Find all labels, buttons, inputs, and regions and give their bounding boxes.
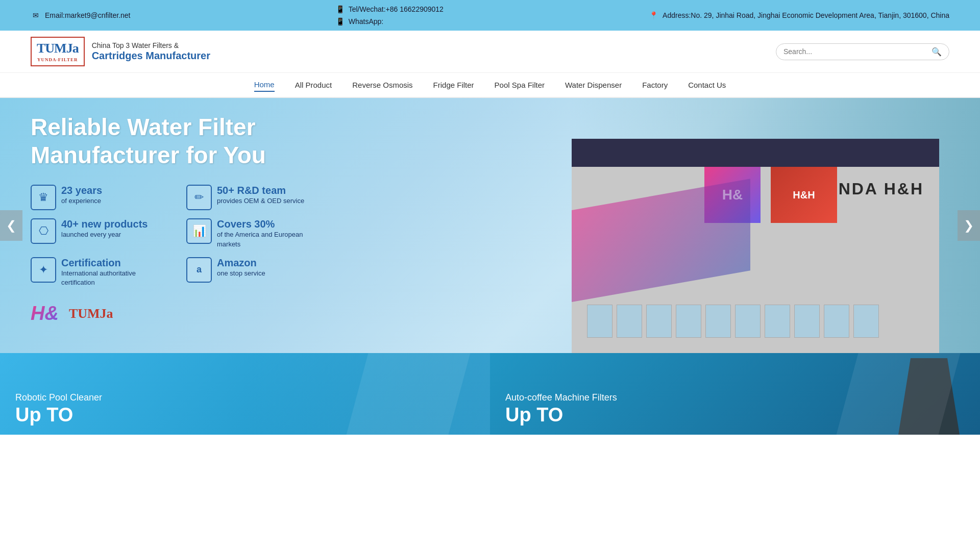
brand-logo-hh: H& (31, 303, 59, 324)
features-grid: ♛ 23 years of experience ✏ 50+ R&D team … (31, 185, 327, 287)
feature-23-years-title: 23 years (61, 185, 102, 196)
building-logo-right: H&H (771, 167, 837, 223)
brand-logos: H& TUMJa (31, 303, 327, 324)
building-body: YUNDA H&H H& H&H (572, 139, 939, 353)
feature-cert-desc: International authoritative certificatio… (61, 269, 171, 287)
feature-certification: ✦ Certification International authoritat… (31, 257, 171, 287)
feature-pencil-icon: ✏ (186, 185, 212, 210)
nav-item-all-product[interactable]: All Product (295, 79, 332, 91)
feature-23-years-desc: of experience (61, 196, 102, 206)
address-text: Address:No. 29, Jinhai Road, Jinghai Eco… (663, 11, 949, 19)
feature-crown-icon: ♛ (31, 185, 56, 210)
carousel-next-button[interactable]: ❯ (958, 210, 980, 241)
feature-chart-icon: 📊 (186, 218, 212, 244)
phone-text: Tel/Wechat:+86 16622909012 (349, 5, 444, 13)
feature-hexagon-icon: ⎔ (31, 218, 56, 244)
top-bar: ✉ Email:market9@cnfilter.net 📱 Tel/Wecha… (0, 0, 980, 31)
feature-rd-title: 50+ R&D team (217, 185, 304, 196)
pool-card-title: Up TO (15, 405, 102, 424)
feature-cert-title: Certification (61, 257, 171, 269)
bottom-card-coffee[interactable]: Auto-coffee Machine Filters Up TO (490, 353, 980, 435)
brand-logo-yunda: TUMJa (69, 306, 113, 321)
feature-amazon-icon: a (186, 257, 212, 283)
bottom-card-pool[interactable]: Robotic Pool Cleaner Up TO (0, 353, 490, 435)
pool-card-label: Robotic Pool Cleaner (15, 392, 102, 403)
logo-text: China Top 3 Water Filters & Cartridges M… (92, 41, 210, 62)
whatsapp-text: WhatsApp: (349, 17, 383, 26)
logo-area: TUMJa YUNDA·FILTER China Top 3 Water Fil… (31, 37, 210, 66)
search-input[interactable] (783, 47, 932, 56)
building-deco (572, 179, 750, 302)
nav-item-contact[interactable]: Contact Us (688, 79, 726, 91)
hero-banner: YUNDA H&H H& H&H Reliable Water Filte (0, 98, 980, 353)
phone-icon: 📱 (335, 4, 346, 14)
feature-amazon-text: Amazon one stop service (217, 257, 265, 278)
feature-amazon-title: Amazon (217, 257, 265, 269)
feature-rd-team: ✏ 50+ R&D team provides OEM & OED servic… (186, 185, 327, 210)
coffee-card-content: Auto-coffee Machine Filters Up TO (505, 392, 617, 424)
hero-content: Reliable Water Filter Manufacturer for Y… (0, 98, 357, 353)
building-roof-band (572, 139, 939, 167)
feature-23-years: ♛ 23 years of experience (31, 185, 171, 210)
feature-23-years-text: 23 years of experience (61, 185, 102, 206)
nav-item-home[interactable]: Home (254, 78, 275, 92)
location-icon: 📍 (648, 10, 658, 20)
top-bar-address: 📍 Address:No. 29, Jinhai Road, Jinghai E… (648, 10, 949, 20)
feature-new-products: ⎔ 40+ new products launched every year (31, 218, 171, 248)
bottom-cards: Robotic Pool Cleaner Up TO Auto-coffee M… (0, 353, 980, 435)
feature-amazon: a Amazon one stop service (186, 257, 327, 287)
logo-brand-text: Cartridges Manufacturer (92, 49, 210, 62)
feature-covers-desc: of the America and European markets (217, 230, 327, 248)
main-nav: Home All Product Reverse Osmosis Fridge … (0, 73, 980, 98)
nav-item-water-dispenser[interactable]: Water Dispenser (565, 79, 622, 91)
top-bar-email: ✉ Email:market9@cnfilter.net (31, 10, 131, 20)
header: TUMJa YUNDA·FILTER China Top 3 Water Fil… (0, 31, 980, 73)
hero-title: Reliable Water Filter Manufacturer for Y… (31, 113, 327, 169)
feature-amazon-desc: one stop service (217, 269, 265, 278)
nav-item-reverse-osmosis[interactable]: Reverse Osmosis (352, 79, 412, 91)
feature-covers-title: Covers 30% (217, 218, 327, 230)
feature-cert-text: Certification International authoritativ… (61, 257, 171, 287)
logo-filter-label: YUNDA·FILTER (37, 57, 79, 62)
feature-covers: 📊 Covers 30% of the America and European… (186, 218, 327, 248)
feature-new-products-desc: launched every year (61, 230, 148, 239)
email-icon: ✉ (31, 10, 41, 20)
building-windows (587, 305, 880, 338)
feature-rd-desc: provides OEM & OED service (217, 196, 304, 206)
feature-covers-text: Covers 30% of the America and European m… (217, 218, 327, 248)
building-illustration: YUNDA H&H H& H&H (531, 118, 949, 353)
logo-top-text: China Top 3 Water Filters & (92, 41, 210, 50)
nav-item-factory[interactable]: Factory (642, 79, 668, 91)
feature-new-products-text: 40+ new products launched every year (61, 218, 148, 239)
email-text: Email:market9@cnfilter.net (45, 11, 131, 19)
nav-item-fridge-filter[interactable]: Fridge Filter (433, 79, 474, 91)
feature-rd-text: 50+ R&D team provides OEM & OED service (217, 185, 304, 206)
search-button[interactable]: 🔍 (932, 47, 942, 57)
search-box[interactable]: 🔍 (776, 43, 949, 60)
nav-item-pool-spa[interactable]: Pool Spa Filter (495, 79, 545, 91)
top-bar-contact: 📱 Tel/Wechat:+86 16622909012 📱 WhatsApp: (335, 4, 444, 27)
logo-mark: TUMJa YUNDA·FILTER (31, 37, 85, 66)
feature-cert-icon: ✦ (31, 257, 56, 283)
coffee-card-title: Up TO (505, 405, 617, 424)
feature-new-products-title: 40+ new products (61, 218, 148, 230)
carousel-prev-button[interactable]: ❮ (0, 210, 22, 241)
whatsapp-icon: 📱 (335, 16, 346, 27)
coffee-card-label: Auto-coffee Machine Filters (505, 392, 617, 403)
pool-card-content: Robotic Pool Cleaner Up TO (15, 392, 102, 424)
